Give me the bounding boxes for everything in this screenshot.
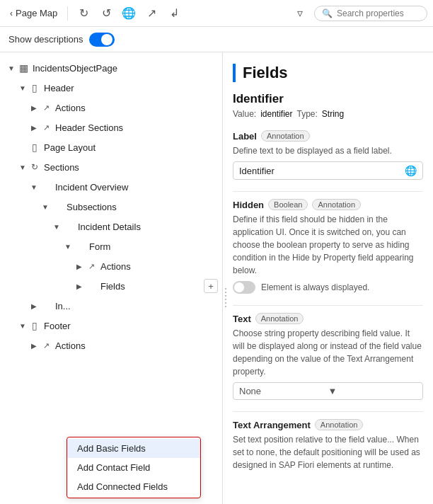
add-fields-button[interactable]: + [204,279,218,293]
hidden-desc: Define if this field should be hidden in… [233,213,423,277]
tree-item-sections[interactable]: ▼ ↻ Sections [0,157,222,177]
drag-dot-1 [225,288,226,290]
label-prop-label: Label Annotation [233,130,423,142]
show-descriptions-toggle[interactable] [89,33,115,47]
incident-overview-label: Incident Overview [55,182,128,193]
fields-chevron: ▶ [74,280,85,292]
footer-icon: ▯ [28,319,41,332]
header-sections-chevron: ▶ [28,122,40,133]
tree-item-header[interactable]: ▼ ▯ Header [0,78,222,98]
type-key: Type: [297,109,318,119]
footer-actions-chevron: ▶ [28,340,40,351]
tree: ▼ ▦ IncidentsObjectPage ▼ ▯ Header ▶ ↗ A… [0,52,222,361]
tree-item-header-sections[interactable]: ▶ ↗ Header Sections [0,118,222,137]
header-label: Header [44,83,74,93]
send-button[interactable]: ↗ [142,4,161,23]
hidden-toggle[interactable] [233,281,255,294]
incident-overview-chevron: ▼ [28,181,40,193]
hidden-badge2: Annotation [312,199,361,210]
tree-item-incident-details[interactable]: ▼ Incident Details [0,217,222,236]
label-badge: Annotation [261,130,310,142]
form-actions-icon: ↗ [85,260,98,273]
main-layout: ▼ ▦ IncidentsObjectPage ▼ ▯ Header ▶ ↗ A… [0,52,433,504]
undo-button[interactable]: ↻ [74,4,93,23]
hidden-toggle-label: Element is always displayed. [261,282,369,292]
header-icon: ▯ [28,81,41,94]
text-arrangement-badge: Annotation [315,419,364,430]
incident-details-chevron: ▼ [51,221,62,232]
filter-button[interactable]: ▿ [290,4,310,23]
return-button[interactable]: ↲ [164,4,184,23]
tree-item-actions[interactable]: ▶ ↗ Actions [0,98,222,118]
left-panel: ▼ ▦ IncidentsObjectPage ▼ ▯ Header ▶ ↗ A… [0,52,223,504]
label-text: Label [233,131,257,142]
toolbar: ‹ Page Map ↻ ↺ 🌐 ↗ ↲ ▿ 🔍 [0,0,433,27]
header-sections-icon: ↗ [40,121,52,134]
tree-item-fields[interactable]: ▶ Fields + [0,276,222,296]
drag-dot-3 [225,295,226,297]
form-actions-label: Actions [100,261,131,272]
sections-chevron: ▼ [17,161,28,173]
add-contact-label: Add Contact Field [77,462,150,473]
text-arrangement-section: Text Arrangement Annotation Set text pos… [233,419,423,471]
drag-dot-4 [225,299,226,300]
root-label: IncidentsObjectPage [33,63,117,74]
text-text: Text [233,314,251,324]
tree-item-page-layout[interactable]: ▶ ▯ Page Layout [0,137,222,157]
search-box[interactable]: 🔍 [314,6,427,21]
hidden-prop-label: Hidden Boolean Annotation [233,199,423,210]
back-label: Page Map [16,8,57,18]
sections-label: Sections [44,162,79,173]
right-panel: Fields Identifier Value: identifier Type… [223,52,433,504]
fields-icon [85,280,98,292]
actions-icon: ↗ [40,101,52,114]
text-select-value: None [239,386,328,396]
type-val: String [322,109,344,119]
drag-handle[interactable] [224,276,228,319]
separator-1 [233,191,423,192]
tree-item-footer-actions[interactable]: ▶ ↗ Actions [0,336,222,355]
globe-button[interactable]: 🌐 [119,4,139,23]
label-globe-icon[interactable]: 🌐 [405,165,417,176]
header-chevron: ▼ [17,82,28,93]
dropdown-item-add-basic[interactable]: Add Basic Fields [67,439,200,458]
subsections-label: Subsections [67,202,117,212]
incident-overview-icon [40,181,52,193]
value-key: Value: [233,109,256,119]
text-property-section: Text Annotation Choose string property d… [233,313,423,400]
drag-dot-2 [225,292,226,293]
fields-label: Fields [100,281,204,292]
root-chevron: ▼ [6,62,17,74]
toolbar-right: ▿ 🔍 [290,4,427,23]
search-input[interactable] [337,8,420,18]
tree-item-form[interactable]: ▼ Form [0,236,222,256]
label-input[interactable] [239,166,405,176]
desc-label: Show descriptions [8,34,83,45]
separator-2 [233,305,423,306]
tree-item-form-actions[interactable]: ▶ ↗ Actions [0,256,222,276]
identifier-section: Identifier Value: identifier Type: Strin… [233,92,423,119]
toolbar-left: ‹ Page Map ↻ ↺ 🌐 ↗ ↲ [6,4,184,23]
text-select[interactable]: None ▼ [233,382,423,400]
dropdown-item-add-contact[interactable]: Add Contact Field [67,458,200,477]
tree-item-footer[interactable]: ▼ ▯ Footer [0,316,222,336]
dropdown-item-add-connected[interactable]: Add Connected Fields [67,477,200,496]
text-desc: Choose string property describing field … [233,327,423,378]
identifier-title: Identifier [233,92,423,106]
label-desc: Define text to be displayed as a field l… [233,144,423,157]
label-input-row[interactable]: 🌐 [233,161,423,180]
back-button[interactable]: ‹ Page Map [6,6,62,21]
tree-item-in[interactable]: ▶ In... [0,296,222,316]
in-label: In... [55,301,71,311]
filter-icon: ▿ [297,6,303,20]
redo-button[interactable]: ↺ [96,4,116,23]
text-arrangement-label: Text Arrangement Annotation [233,419,423,430]
tree-root[interactable]: ▼ ▦ IncidentsObjectPage [0,58,222,78]
tree-item-incident-overview[interactable]: ▼ Incident Overview [0,177,222,197]
footer-label: Footer [44,321,71,331]
desc-bar: Show descriptions [0,27,433,52]
tree-item-subsections[interactable]: ▼ Subsections [0,197,222,217]
footer-actions-icon: ↗ [40,339,52,352]
form-icon [74,240,86,253]
root-icon: ▦ [17,62,30,74]
